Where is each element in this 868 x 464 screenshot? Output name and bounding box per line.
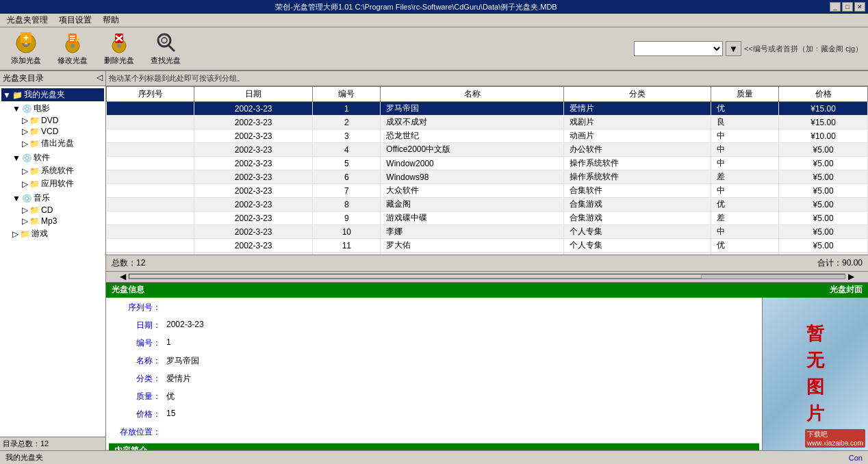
table-cell: 差 <box>711 170 779 184</box>
tree-item-app-software[interactable]: ▷ 📁 应用软件 <box>21 177 104 190</box>
table-row[interactable]: 2002-3-239游戏碟中碟合集游戏差¥5.00 <box>107 211 868 225</box>
tree-item-borrowed[interactable]: ▷ 📁 借出光盘 <box>21 137 104 150</box>
col-price[interactable]: 价格 <box>779 87 868 102</box>
search-disc-button[interactable]: 查找光盘 <box>145 30 186 67</box>
table-row[interactable]: 2002-3-231罗马帝国爱情片优¥15.00 <box>107 102 868 116</box>
tree-item-cd[interactable]: ▷ 📁 CD <box>21 205 104 216</box>
table-cell <box>107 143 194 157</box>
scroll-right-btn[interactable]: ▶ <box>848 272 854 281</box>
folder-icon-mp3: 📁 <box>29 216 40 226</box>
detail-description: 内容简介 罗马帝国艳情史，杜比环绕立体声，500线水平高画质解像度。中文字幕。 <box>109 443 759 451</box>
table-cell: 李娜 <box>381 225 564 239</box>
table-cell: 成双不成对 <box>381 116 564 129</box>
folder-icon-sys: 📁 <box>29 166 40 176</box>
table-cell: 10 <box>313 225 381 239</box>
toolbar: + 添加光盘 修改光盘 <box>0 27 868 71</box>
table-cell: ¥5.00 <box>779 198 868 211</box>
table-row[interactable]: 2002-3-234Office2000中文版办公软件中¥5.00 <box>107 143 868 157</box>
search-dropdown[interactable] <box>634 41 723 56</box>
tree-item-games[interactable]: ▷ 📁 游戏 <box>11 227 104 240</box>
tree-item-mp3[interactable]: ▷ 📁 Mp3 <box>21 216 104 227</box>
table-cell <box>107 239 194 253</box>
col-name[interactable]: 名称 <box>381 87 564 102</box>
table-cell <box>107 170 194 184</box>
folder-icon-cd: 📁 <box>29 205 40 215</box>
edit-disc-button[interactable]: 修改光盘 <box>52 30 93 67</box>
tree-expand-root: ▼ <box>3 90 11 100</box>
folder-icon-games: 📁 <box>20 229 30 239</box>
detail-field-value: 2002-3-23 <box>164 318 759 331</box>
table-cell: 2002-3-23 <box>194 116 313 129</box>
tree-item-vcd[interactable]: ▷ 📁 VCD <box>21 126 104 137</box>
search-disc-icon <box>155 32 177 54</box>
table-cell: 中 <box>711 225 779 239</box>
sidebar-footer: 目录总数：12 <box>0 437 105 450</box>
menu-project-settings[interactable]: 项目设置 <box>53 13 97 27</box>
table-cell: 合集游戏 <box>564 211 711 225</box>
detail-fields: 序列号：日期：2002-3-23编号：1名称：罗马帝国分类：爱情片质量：优价格：… <box>106 298 762 451</box>
detail-field-value: 爱情片 <box>164 372 759 386</box>
total-count: 总数：12 <box>112 257 145 269</box>
tree-item-music[interactable]: ▼ 💿 音乐 <box>11 192 104 205</box>
tree-item-sys-software[interactable]: ▷ 📁 系统软件 <box>21 164 104 177</box>
title-text: 荣创-光盘管理大师1.01 C:\Program Files\rc-Softwa… <box>3 2 830 12</box>
tree-label-dvd: DVD <box>41 116 58 125</box>
tree-label-cd: CD <box>41 205 53 215</box>
scroll-left-btn[interactable]: ◀ <box>120 272 126 281</box>
col-num[interactable]: 编号 <box>313 87 381 102</box>
table-row[interactable]: 2002-3-238藏金阁合集游戏优¥5.00 <box>107 198 868 211</box>
tree-item-dvd[interactable]: ▷ 📁 DVD <box>21 115 104 126</box>
table-row[interactable]: 2002-3-235Window2000操作系统软件中¥5.00 <box>107 157 868 170</box>
svg-line-19 <box>168 45 174 51</box>
sidebar-collapse-icon[interactable]: ◁ <box>97 73 103 84</box>
delete-disc-button[interactable]: 删除光盘 <box>99 30 140 67</box>
search-dropdown-button[interactable]: ▼ <box>726 41 741 56</box>
table-row[interactable]: 2002-3-2311罗大佑个人专集优¥5.00 <box>107 239 868 253</box>
title-bar: 荣创-光盘管理大师1.01 C:\Program Files\rc-Softwa… <box>0 0 868 14</box>
disc-table-container[interactable]: 序列号 日期 编号 名称 分类 质量 价格 2002-3-231罗马帝国爱情片优… <box>106 86 868 255</box>
minimize-button[interactable]: _ <box>830 2 841 12</box>
menu-cd-management[interactable]: 光盘夹管理 <box>1 13 53 27</box>
table-row[interactable]: 2002-3-233恐龙世纪动画片中¥10.00 <box>107 129 868 143</box>
table-cell <box>107 102 194 116</box>
add-disc-button[interactable]: + 添加光盘 <box>5 30 47 67</box>
horizontal-scroll[interactable]: ◀ ▶ <box>106 272 868 283</box>
detail-field-label: 存放位置： <box>109 425 164 439</box>
tree-item-movies[interactable]: ▼ 💿 电影 <box>11 102 104 115</box>
table-cell: 个人专集 <box>564 225 711 239</box>
detail-field-value: 罗马帝国 <box>164 354 759 368</box>
table-cell: 1 <box>313 102 381 116</box>
svg-point-20 <box>159 38 162 40</box>
table-cell: 中 <box>711 143 779 157</box>
detail-field-row: 编号：1 <box>109 336 759 352</box>
detail-field-label: 名称： <box>109 354 164 368</box>
table-cell: 5 <box>313 157 381 170</box>
close-button[interactable]: ✕ <box>854 2 865 12</box>
table-cell <box>107 198 194 211</box>
col-category[interactable]: 分类 <box>564 87 711 102</box>
maximize-button[interactable]: □ <box>842 2 853 12</box>
table-cell: Office2000中文版 <box>381 143 564 157</box>
table-row[interactable]: 2002-3-237大众软件合集软件中¥5.00 <box>107 184 868 198</box>
menu-bar: 光盘夹管理 项目设置 帮助 <box>0 14 868 27</box>
table-row[interactable]: 2002-3-2310李娜个人专集中¥5.00 <box>107 225 868 239</box>
table-cell: ¥10.00 <box>779 129 868 143</box>
col-date[interactable]: 日期 <box>194 87 313 102</box>
table-row[interactable]: 2002-3-232成双不成对戏剧片良¥15.00 <box>107 116 868 129</box>
sidebar: 光盘夹目录 ◁ ▼ 📁 我的光盘夹 ▼ 💿 电影 <box>0 71 106 450</box>
table-cell: 操作系统软件 <box>564 157 711 170</box>
tree-item-software[interactable]: ▼ 💿 软件 <box>11 151 104 164</box>
col-seq[interactable]: 序列号 <box>107 87 194 102</box>
edit-disc-icon <box>62 32 84 54</box>
table-cell: ¥15.00 <box>779 102 868 116</box>
menu-help[interactable]: 帮助 <box>97 13 125 27</box>
col-quality[interactable]: 质量 <box>711 87 779 102</box>
table-cell <box>107 116 194 129</box>
tree-item-my-discs[interactable]: ▼ 📁 我的光盘夹 <box>1 88 104 101</box>
detail-field-value: 1 <box>164 336 759 348</box>
table-row[interactable]: 2002-3-236Windows98操作系统软件差¥5.00 <box>107 170 868 184</box>
table-body: 2002-3-231罗马帝国爱情片优¥15.002002-3-232成双不成对戏… <box>107 102 868 255</box>
folder-icon-borrowed: 📁 <box>29 139 40 149</box>
table-cell: 大众软件 <box>381 184 564 198</box>
detail-field-label: 序列号： <box>109 300 164 315</box>
